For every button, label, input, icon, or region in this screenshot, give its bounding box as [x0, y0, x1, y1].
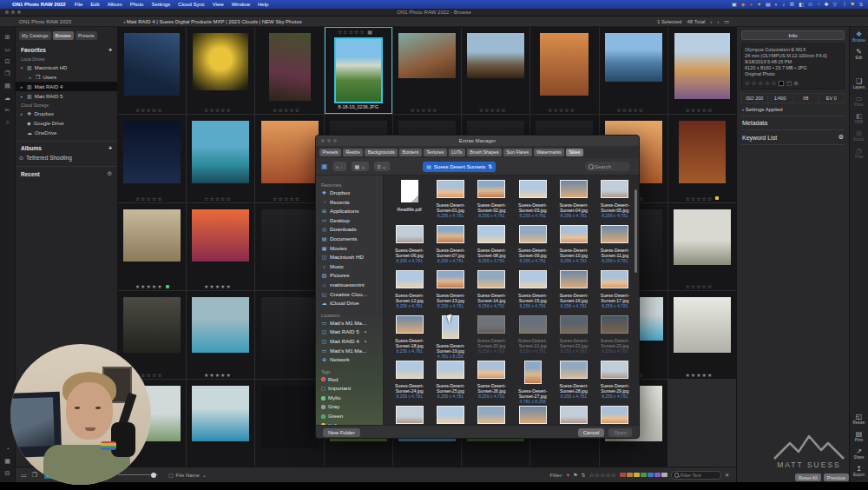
menubar-status-icon[interactable]: ▣	[732, 2, 737, 7]
menu-item[interactable]: Edit	[90, 2, 99, 7]
star-rating[interactable]: ☆☆☆☆☆	[273, 107, 300, 113]
photo-thumbnail[interactable]: ☆☆☆☆☆	[393, 27, 461, 114]
photo-image[interactable]	[261, 121, 319, 183]
breadcrumb[interactable]: ‹ Matt RAID 4 | Suess Digital Products M…	[123, 19, 302, 24]
file-thumbnail[interactable]	[396, 270, 424, 288]
file-item[interactable]: Suess-Desert-Sunset-08.jpg 8,256 x 4,781	[471, 225, 512, 270]
picker-sidebar-item[interactable]: ◫ Macintosh HD	[321, 253, 383, 262]
file-thumbnail[interactable]	[437, 225, 464, 243]
star-rating[interactable]: ☆☆☆☆☆	[204, 107, 232, 113]
color-swatch[interactable]	[634, 473, 640, 477]
photo-image[interactable]	[124, 33, 180, 96]
menubar-status-icon[interactable]: ◐	[775, 2, 779, 7]
photo-image[interactable]	[605, 33, 662, 82]
picker-sidebar-item[interactable]: ⊕ Network	[321, 355, 383, 365]
module-button[interactable]: ◱Resize	[853, 413, 865, 425]
photo-thumbnail[interactable]: ★★★★★	[187, 203, 254, 290]
open-button[interactable]: Open	[608, 428, 632, 437]
nav-buttons[interactable]: ‹ ›	[333, 162, 346, 171]
file-thumbnail[interactable]	[437, 270, 464, 288]
file-item[interactable]: Suess-Desert-Sunset-03.jpg 8,256 x 4,781	[512, 180, 553, 225]
menubar-status-icon[interactable]: ▤	[766, 2, 771, 7]
rail-icon[interactable]: ▦	[4, 458, 10, 464]
add-album-icon[interactable]: +	[108, 145, 112, 151]
menubar-status-icon[interactable]: ♪	[782, 2, 785, 7]
file-thumbnail[interactable]	[477, 270, 505, 288]
menu-item[interactable]: Settings	[151, 2, 170, 7]
clear-filter-icon[interactable]: ✕	[725, 472, 729, 478]
rail-icon[interactable]: ⊞	[5, 34, 10, 40]
flag-icons[interactable]: ▢ ⊘	[786, 80, 798, 86]
file-item[interactable]: Suess-Desert-Sunset-29.jpg 8,256 x 4,781	[595, 361, 635, 406]
file-item[interactable]: Suess-Desert-Sunset-18.jpg 8,256 x 4,781	[389, 315, 430, 361]
star-rating[interactable]: ☆☆☆☆☆	[135, 107, 163, 113]
file-thumbnail[interactable]	[560, 225, 588, 243]
star-rating[interactable]: ☆☆☆☆☆	[685, 195, 713, 202]
menubar-status-icon[interactable]: ▽	[833, 2, 838, 7]
sidebar-tab[interactable]: Presets	[76, 31, 97, 40]
file-thumbnail[interactable]	[524, 361, 542, 384]
photo-thumbnail[interactable]	[255, 291, 323, 378]
menubar-status-icon[interactable]: ⚑	[851, 2, 855, 7]
photo-thumbnail[interactable]	[187, 380, 254, 467]
file-thumbnail[interactable]	[519, 225, 547, 243]
metadata-section[interactable]: Metadata	[741, 116, 845, 130]
picker-sidebar-item[interactable]: ▭ Matt's M1 Ma...	[321, 347, 383, 356]
file-thumbnail[interactable]	[560, 406, 588, 424]
file-thumbnail[interactable]	[477, 315, 505, 334]
module-button[interactable]: ✎Edit	[856, 48, 863, 60]
star-rating[interactable]: ☆☆☆☆☆ ▦	[338, 29, 373, 35]
add-favorite-icon[interactable]: +	[108, 47, 112, 53]
photo-thumbnail[interactable]: ☆☆☆☆☆	[668, 115, 736, 202]
prev-photo-icon[interactable]: ‹	[710, 19, 712, 24]
file-item[interactable]: Suess-Desert-Sunset-32.jpg 8,256 x 4,781	[471, 406, 512, 425]
tag-item[interactable]: Red	[321, 375, 383, 385]
photo-image[interactable]	[261, 386, 319, 448]
slider-knob[interactable]	[151, 473, 156, 478]
photo-image[interactable]	[123, 121, 181, 183]
rail-icon[interactable]: ⊡	[5, 58, 10, 64]
file-thumbnail[interactable]	[396, 225, 424, 243]
thumbnail-size-slider[interactable]	[118, 471, 158, 479]
photo-thumbnail[interactable]: ☆☆☆☆☆	[600, 27, 667, 114]
photo-thumbnail[interactable]: ☆☆☆☆☆	[187, 115, 254, 202]
star-rating[interactable]: ★★★★★	[685, 372, 713, 378]
tag-item[interactable]: Important	[321, 384, 383, 394]
drive-tree-item[interactable]: ▸ ▥ Matt RAID 4	[16, 82, 117, 91]
picker-search-input[interactable]: Search	[585, 162, 630, 171]
file-thumbnail[interactable]	[601, 315, 628, 334]
menubar-status-icon[interactable]: ☽	[841, 2, 845, 7]
module-button[interactable]: ◷Time	[855, 147, 864, 159]
view-icon[interactable]: ❐	[32, 472, 37, 479]
photo-thumbnail[interactable]: ☆☆☆☆☆	[187, 27, 254, 114]
photo-thumbnail[interactable]: ★★★★★	[668, 291, 736, 378]
footer-button[interactable]: Previous	[824, 473, 849, 481]
file-item[interactable]: Suess-Desert-Sunset-31.jpg 8,256 x 4,781	[430, 406, 470, 425]
drive-tree-item[interactable]: ▸ ▥ Matt RAID 5	[16, 91, 117, 101]
file-thumbnail[interactable]	[477, 225, 505, 243]
sort-icon[interactable]: ⇅	[582, 472, 586, 478]
picker-sidebar-item[interactable]: ▭ Matt's M1 Ma...	[321, 319, 383, 328]
file-thumbnail[interactable]	[519, 270, 547, 288]
extras-category-tab[interactable]: Resize	[343, 149, 363, 156]
menubar-status-icon[interactable]: ●	[749, 2, 753, 7]
tag-item[interactable]: Gray	[321, 402, 383, 412]
file-item[interactable]: Suess-Desert-Sunset-05.jpg 8,256 x 4,781	[595, 180, 635, 225]
file-item[interactable]: Suess-Desert-Sunset-24.jpg 8,256 x 4,781	[389, 361, 430, 406]
file-item[interactable]: Suess-Desert-Sunset-11.jpg 8,256 x 4,781	[595, 225, 635, 270]
filename-toggle[interactable]: ▢ File Name ⌄	[168, 472, 207, 478]
back-icon[interactable]: ‹	[337, 164, 339, 169]
info-header[interactable]: Info	[741, 30, 845, 40]
checkbox-icon[interactable]: ▢	[168, 472, 174, 478]
picker-sidebar-item[interactable]: ⊞ Applications	[321, 207, 383, 216]
photo-thumbnail[interactable]: ☆☆☆☆☆	[118, 27, 186, 114]
file-thumbnail[interactable]	[519, 180, 547, 198]
photo-thumbnail[interactable]: ☆☆☆☆☆	[255, 115, 323, 202]
photo-image[interactable]	[123, 209, 181, 262]
photo-thumbnail[interactable]: ☆☆☆☆☆	[530, 27, 598, 114]
photo-image[interactable]	[192, 121, 249, 183]
file-thumbnail[interactable]	[519, 406, 547, 424]
file-item[interactable]: ReadMe.pdf	[389, 180, 430, 225]
menubar-status-icon[interactable]: ✦	[757, 2, 761, 7]
drive-tree-item[interactable]: ▾ ▥ Macintosh HD	[16, 63, 117, 72]
